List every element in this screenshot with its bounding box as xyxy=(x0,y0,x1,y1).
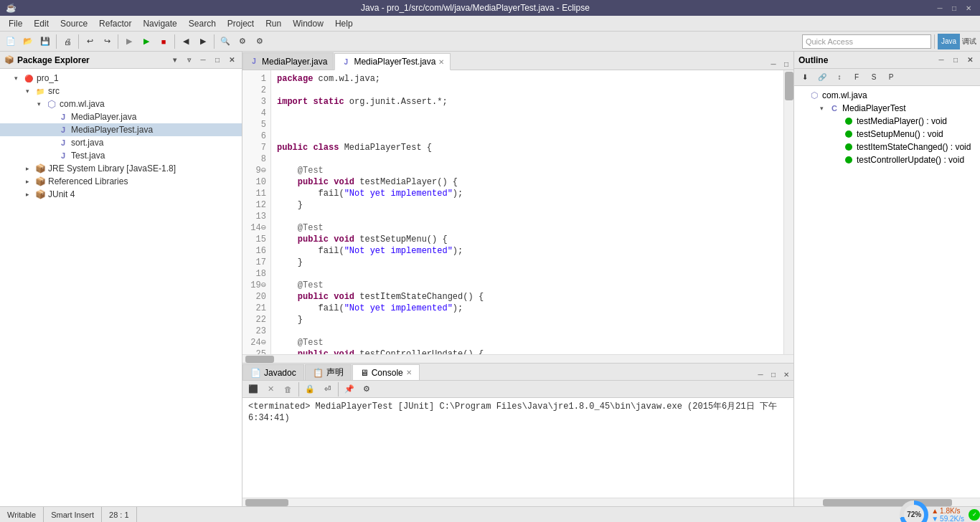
outline-hide-fields-btn[interactable]: F xyxy=(849,70,864,85)
console-word-wrap-btn[interactable]: ⏎ xyxy=(319,381,335,397)
tb-next[interactable]: ▶ xyxy=(195,34,211,49)
expand-arrow[interactable]: ▸ xyxy=(26,165,34,172)
console-clear-btn[interactable]: 🗑 xyxy=(280,381,296,397)
tb-perspective-debug[interactable]: 调试 xyxy=(961,34,977,49)
outline-hide-static-btn[interactable]: S xyxy=(866,70,882,85)
maximize-button[interactable]: □ xyxy=(948,3,960,13)
tree-item-test[interactable]: J Test.java xyxy=(0,149,242,162)
outline-item-method2[interactable]: testSetupMenu() : void xyxy=(794,128,980,141)
outline-hide-nonpub-btn[interactable]: P xyxy=(883,70,899,85)
tab-console[interactable]: 🖥 Console ✕ xyxy=(352,364,420,380)
pe-close-btn[interactable]: ✕ xyxy=(226,54,237,66)
editor-scroll-thumb[interactable] xyxy=(785,72,793,100)
editor-tab-mediaplayer[interactable]: J MediaPlayer.java xyxy=(242,52,334,70)
console-minimize-btn[interactable]: ─ xyxy=(755,369,766,380)
console-pin-btn[interactable]: 📌 xyxy=(341,381,357,397)
menu-window[interactable]: Window xyxy=(287,17,329,30)
tree-item-package[interactable]: ▾ ⬡ com.wl.java xyxy=(0,98,242,110)
code-editor[interactable]: package com.wl.java; import static org.j… xyxy=(271,70,783,354)
outline-item-method4[interactable]: testControllerUpdate() : void xyxy=(794,153,980,166)
tb-run[interactable]: ▶ xyxy=(138,34,154,49)
outline-sort-btn[interactable]: ↕ xyxy=(831,70,847,85)
tree-item-pro1[interactable]: ▾ 🔴 pro_1 xyxy=(0,72,242,85)
expand-arrow[interactable]: ▾ xyxy=(26,87,34,95)
console-sep xyxy=(298,382,299,397)
outline-minimize-btn[interactable]: ─ xyxy=(936,54,947,66)
tb-print[interactable]: 🖨 xyxy=(60,34,75,49)
tb-ref2[interactable]: ⚙ xyxy=(252,34,268,49)
tree-item-reflibs[interactable]: ▸ 📦 Referenced Libraries xyxy=(0,175,242,188)
editor-hscrollbar[interactable] xyxy=(242,354,793,363)
menu-edit[interactable]: Edit xyxy=(28,17,55,30)
menu-search[interactable]: Search xyxy=(183,17,222,30)
public-method-indicator xyxy=(845,118,852,125)
tree-item-junit4[interactable]: ▸ 📦 JUnit 4 xyxy=(0,188,242,201)
console-scroll-lock-btn[interactable]: 🔒 xyxy=(302,381,318,397)
tb-prev[interactable]: ◀ xyxy=(178,34,194,49)
pe-menu-btn[interactable]: ▿ xyxy=(183,54,194,66)
tb-debug[interactable]: ▶ xyxy=(121,34,137,49)
expand-arrow[interactable]: ▾ xyxy=(820,105,829,112)
menu-help[interactable]: Help xyxy=(329,17,359,30)
console-maximize-btn[interactable]: □ xyxy=(768,369,779,380)
tb-perspective-java[interactable]: Java xyxy=(938,34,960,49)
editor-maximize-btn[interactable]: □ xyxy=(781,58,792,70)
console-remove-btn[interactable]: ✕ xyxy=(263,381,278,397)
outline-collapse-all-btn[interactable]: ⬇ xyxy=(797,70,813,85)
quick-access-input[interactable]: Quick Access xyxy=(802,34,931,49)
tb-stop[interactable]: ■ xyxy=(156,34,171,49)
editor-minimize-btn[interactable]: ─ xyxy=(768,58,779,70)
expand-arrow[interactable]: ▾ xyxy=(14,75,23,82)
tb-search[interactable]: 🔍 xyxy=(217,34,233,49)
outline-close-btn[interactable]: ✕ xyxy=(964,54,976,66)
tree-item-src[interactable]: ▾ 📁 src xyxy=(0,85,242,98)
tb-save[interactable]: 💾 xyxy=(37,34,53,49)
expand-arrow[interactable]: ▾ xyxy=(37,100,46,108)
method-icon xyxy=(843,141,854,153)
tab-declaration[interactable]: 📋 声明 xyxy=(305,364,352,380)
editor-tab-mediaplayertest[interactable]: J MediaPlayerTest.java ✕ xyxy=(334,53,451,70)
menu-navigate[interactable]: Navigate xyxy=(137,17,182,30)
method-icon xyxy=(843,128,854,140)
console-config-btn[interactable]: ⚙ xyxy=(359,381,374,397)
menu-refactor[interactable]: Refactor xyxy=(93,17,137,30)
pe-collapse-btn[interactable]: ▾ xyxy=(169,54,180,66)
close-button[interactable]: ✕ xyxy=(963,3,974,13)
outline-item-method3[interactable]: testItemStateChanged() : void xyxy=(794,141,980,153)
menu-project[interactable]: Project xyxy=(222,17,260,30)
menu-file[interactable]: File xyxy=(3,17,28,30)
console-hscroll-thumb[interactable] xyxy=(245,499,288,506)
tab-close-btn[interactable]: ✕ xyxy=(438,58,444,66)
tree-item-mediaplayer[interactable]: J MediaPlayer.java xyxy=(0,110,242,123)
console-close-btn[interactable]: ✕ xyxy=(781,369,792,380)
console-tab-close[interactable]: ✕ xyxy=(406,369,412,376)
tab-javadoc[interactable]: 📄 Javadoc xyxy=(242,364,304,380)
minimize-button[interactable]: ─ xyxy=(934,3,946,13)
pe-minimize-btn[interactable]: ─ xyxy=(197,54,209,66)
tree-item-mediaplayertest[interactable]: J MediaPlayerTest.java xyxy=(0,123,242,136)
outline-item-package[interactable]: ⬡ com.wl.java xyxy=(794,89,980,102)
expand-arrow[interactable]: ▸ xyxy=(26,191,34,198)
menu-source[interactable]: Source xyxy=(55,17,93,30)
tb-open[interactable]: 📂 xyxy=(20,34,36,49)
tb-sep4 xyxy=(174,34,175,49)
outline-item-method1[interactable]: testMediaPlayer() : void xyxy=(794,115,980,128)
expand-arrow[interactable]: ▸ xyxy=(26,178,34,185)
status-position: 28 : 1 xyxy=(102,507,137,522)
tree-item-jre[interactable]: ▸ 📦 JRE System Library [JavaSE-1.8] xyxy=(0,162,242,175)
tb-redo[interactable]: ↪ xyxy=(99,34,115,49)
tb-new[interactable]: 📄 xyxy=(3,34,19,49)
console-hscrollbar[interactable] xyxy=(242,498,793,506)
tree-item-sort[interactable]: J sort.java xyxy=(0,136,242,149)
outline-link-btn[interactable]: 🔗 xyxy=(814,70,830,85)
menu-run[interactable]: Run xyxy=(260,17,287,30)
console-terminate-btn[interactable]: ⬛ xyxy=(245,381,261,397)
outline-maximize-btn[interactable]: □ xyxy=(950,54,961,66)
tb-undo[interactable]: ↩ xyxy=(82,34,98,49)
outline-item-class[interactable]: ▾ C MediaPlayerTest xyxy=(794,102,980,115)
tb-ref1[interactable]: ⚙ xyxy=(235,34,250,49)
editor-scrollbar[interactable] xyxy=(783,70,793,354)
editor-hscroll-thumb[interactable] xyxy=(245,356,274,363)
java-file-icon: J xyxy=(57,111,69,123)
pe-maximize-btn[interactable]: □ xyxy=(212,54,223,66)
